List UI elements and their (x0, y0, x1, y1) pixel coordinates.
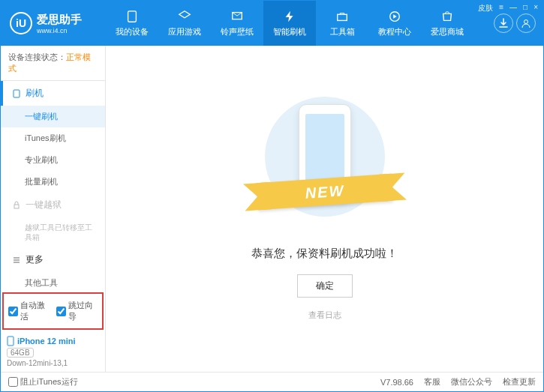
sidebar-item-onekey-flash[interactable]: 一键刷机 (1, 106, 105, 127)
nav-ringtone[interactable]: 铃声壁纸 (211, 1, 263, 46)
app-header: iU 爱思助手 www.i4.cn 我的设备应用游戏铃声壁纸智能刷机工具箱教程中… (1, 1, 543, 46)
nav-store[interactable]: 爱思商城 (421, 1, 473, 46)
nav-flash[interactable]: 智能刷机 (263, 1, 316, 46)
device-icon (125, 10, 140, 23)
device-status: 设备连接状态：正常模式 (1, 46, 105, 81)
skip-wizard-checkbox[interactable]: 跳过向导 (56, 300, 98, 322)
device-identifier: Down-12mini-13,1 (7, 359, 99, 367)
close-button[interactable]: × (533, 3, 538, 13)
auto-activate-checkbox[interactable]: 自动激活 (8, 300, 50, 322)
skin-button[interactable]: 皮肤 (478, 3, 493, 13)
view-log-link[interactable]: 查看日志 (308, 310, 341, 321)
success-illustration: NEW (265, 97, 385, 232)
nav-toolbox[interactable]: 工具箱 (316, 1, 368, 46)
sidebar-item-batch-flash[interactable]: 批量刷机 (1, 171, 105, 193)
nav-device[interactable]: 我的设备 (106, 1, 158, 46)
svg-rect-7 (8, 337, 14, 346)
version-label: V7.98.66 (380, 378, 413, 387)
store-icon (440, 10, 455, 23)
phone-icon (12, 89, 21, 98)
logo-icon: iU (10, 12, 32, 34)
main-nav: 我的设备应用游戏铃声壁纸智能刷机工具箱教程中心爱思商城 (106, 1, 494, 46)
service-link[interactable]: 客服 (424, 376, 440, 388)
minimize-button[interactable]: — (509, 3, 517, 13)
device-info: iPhone 12 mini 64GB Down-12mini-13,1 (1, 331, 105, 372)
nav-tutorial[interactable]: 教程中心 (368, 1, 421, 46)
nav-apps[interactable]: 应用游戏 (158, 1, 211, 46)
svg-point-4 (524, 20, 528, 24)
sidebar-item-other-tools[interactable]: 其他工具 (1, 272, 105, 291)
jailbreak-note: 越狱工具已转移至工具箱 (1, 217, 105, 247)
sidebar-item-pro-flash[interactable]: 专业刷机 (1, 149, 105, 171)
svg-rect-5 (14, 90, 20, 97)
list-icon (12, 256, 21, 265)
main-panel: NEW 恭喜您，保资料刷机成功啦！ 确定 查看日志 (106, 46, 543, 372)
lock-icon (12, 201, 21, 210)
wechat-link[interactable]: 微信公众号 (451, 376, 492, 388)
sidebar-item-itunes-flash[interactable]: iTunes刷机 (1, 127, 105, 149)
device-name[interactable]: iPhone 12 mini (7, 336, 99, 346)
block-itunes-checkbox[interactable]: 阻止iTunes运行 (8, 376, 78, 388)
success-message: 恭喜您，保资料刷机成功啦！ (251, 247, 398, 261)
options-highlight: 自动激活 跳过向导 (2, 292, 104, 330)
svg-rect-0 (128, 10, 137, 21)
app-title: 爱思助手 (37, 13, 82, 27)
svg-rect-6 (14, 205, 19, 208)
sidebar-group-jailbreak: 一键越狱 (1, 193, 105, 217)
ringtone-icon (230, 10, 245, 23)
phone-icon (7, 336, 14, 346)
device-storage: 64GB (7, 348, 34, 358)
new-ribbon: NEW (304, 182, 344, 202)
logo: iU 爱思助手 www.i4.cn (1, 12, 106, 34)
update-link[interactable]: 检查更新 (503, 376, 536, 388)
flash-icon (282, 10, 297, 23)
app-url: www.i4.cn (37, 27, 82, 34)
maximize-button[interactable]: □ (523, 3, 527, 13)
sidebar-group-flash[interactable]: 刷机 (1, 81, 105, 106)
footer: 阻止iTunes运行 V7.98.66 客服 微信公众号 检查更新 (1, 372, 543, 391)
ok-button[interactable]: 确定 (297, 274, 353, 298)
tutorial-icon (387, 10, 402, 23)
menu-button[interactable]: ≡ (499, 3, 503, 13)
sidebar: 设备连接状态：正常模式 刷机 一键刷机 iTunes刷机 专业刷机 批量刷机 一… (1, 46, 106, 372)
user-icon[interactable] (516, 13, 536, 33)
sidebar-group-more[interactable]: 更多 (1, 247, 105, 272)
svg-rect-2 (338, 14, 347, 20)
apps-icon (177, 10, 192, 23)
download-icon[interactable] (494, 13, 513, 33)
toolbox-icon (335, 10, 350, 23)
